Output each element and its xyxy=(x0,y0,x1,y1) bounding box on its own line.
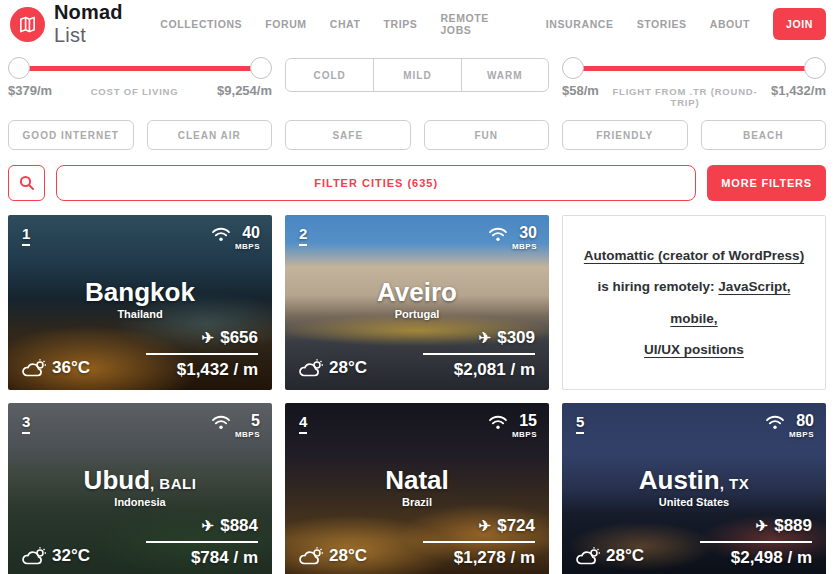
temperature-option-mild[interactable]: MILD xyxy=(373,59,460,91)
nav-chat[interactable]: CHAT xyxy=(330,18,361,30)
pricing: ✈$889 $2,498 / m xyxy=(700,516,812,568)
cost-slider-min-value: $379/m xyxy=(8,83,52,98)
filter-cities-input[interactable] xyxy=(56,165,696,201)
toggle-clean-air[interactable]: CLEAN AIR xyxy=(147,120,273,150)
city-card-austin[interactable]: 5 80 MBPS Austin, TX United States xyxy=(562,403,826,574)
cloud-sun-icon xyxy=(21,546,47,566)
internet-speed: 30 MBPS xyxy=(488,225,537,251)
city-title: Natal Brazil xyxy=(285,466,549,509)
city-title: Austin, TX United States xyxy=(562,466,826,509)
ad-positions-link[interactable]: UI/UX positions xyxy=(644,342,744,357)
city-card-ubud[interactable]: 3 5 MBPS Ubud, BALI Indonesia xyxy=(8,403,272,574)
city-name: Natal xyxy=(385,465,449,495)
speed-value: 80 xyxy=(796,413,814,429)
internet-speed: 5 MBPS xyxy=(211,413,260,439)
header: Nomad List COLLECTIONS FORUM CHAT TRIPS … xyxy=(0,0,834,48)
pricing: ✈$724 $1,278 / m xyxy=(423,516,535,568)
country-name: United States xyxy=(562,496,826,508)
toggle-safe[interactable]: SAFE xyxy=(285,120,411,150)
speed-value: 15 xyxy=(519,413,537,429)
city-suffix: , TX xyxy=(720,475,750,492)
nav-forum[interactable]: FORUM xyxy=(265,18,307,30)
plane-icon: ✈ xyxy=(479,329,492,347)
country-name: Indonesia xyxy=(8,496,272,508)
wifi-icon xyxy=(211,415,231,430)
flight-price-slider: $58/m FLIGHT FROM .TR (ROUND-TRIP) $1,43… xyxy=(562,56,826,108)
weather: 28°C xyxy=(298,358,367,378)
temperature-option-warm[interactable]: WARM xyxy=(461,59,548,91)
nav-collections[interactable]: COLLECTIONS xyxy=(160,18,242,30)
country-name: Brazil xyxy=(285,496,549,508)
internet-speed: 15 MBPS xyxy=(488,413,537,439)
city-suffix: , BALI xyxy=(150,475,196,492)
internet-speed: 40 MBPS xyxy=(211,225,260,251)
nav-about[interactable]: ABOUT xyxy=(710,18,750,30)
toggle-good-internet[interactable]: GOOD INTERNET xyxy=(8,120,134,150)
temperature-option-cold[interactable]: COLD xyxy=(286,59,373,91)
temperature-value: 28°C xyxy=(329,358,367,378)
toggle-beach[interactable]: BEACH xyxy=(701,120,827,150)
flight-slider-max-value: $1,432/m xyxy=(771,83,826,98)
ad-text: Automattic (creator of WordPress) is hir… xyxy=(563,216,825,389)
speed-value: 30 xyxy=(519,225,537,241)
toggle-fun[interactable]: FUN xyxy=(424,120,550,150)
city-card-bangkok[interactable]: 1 40 MBPS Bangkok Thailand xyxy=(8,215,272,390)
flight-slider-label: FLIGHT FROM .TR (ROUND-TRIP) xyxy=(599,86,771,108)
flight-price: $309 xyxy=(497,328,535,348)
sponsor-ad-card[interactable]: Automattic (creator of WordPress) is hir… xyxy=(562,215,826,390)
plane-icon: ✈ xyxy=(202,517,215,535)
nomad-list-page: Nomad List COLLECTIONS FORUM CHAT TRIPS … xyxy=(0,0,834,574)
cost-slider-min-handle[interactable] xyxy=(8,57,30,79)
nav-insurance[interactable]: INSURANCE xyxy=(546,18,614,30)
temperature-value: 28°C xyxy=(329,546,367,566)
brand-name-light: List xyxy=(54,24,86,46)
cloud-sun-icon xyxy=(21,358,47,378)
monthly-cost: $1,278 / m xyxy=(423,541,535,568)
cost-slider-track[interactable] xyxy=(18,66,262,71)
cost-slider-max-value: $9,254/m xyxy=(217,83,272,98)
weather: 36°C xyxy=(21,358,90,378)
search-button[interactable] xyxy=(8,165,45,201)
filters-row-toggles: GOOD INTERNET CLEAN AIR SAFE FUN FRIENDL… xyxy=(0,120,834,150)
city-card-natal[interactable]: 4 15 MBPS Natal Brazil xyxy=(285,403,549,574)
monthly-cost: $2,081 / m xyxy=(423,353,535,380)
monthly-cost: $1,432 / m xyxy=(146,353,258,380)
ad-plain-text: is hiring remotely: xyxy=(598,279,719,294)
speed-value: 40 xyxy=(242,225,260,241)
nav-trips[interactable]: TRIPS xyxy=(384,18,418,30)
speed-unit: MBPS xyxy=(512,430,537,439)
flight-price: $656 xyxy=(220,328,258,348)
cloud-sun-icon xyxy=(298,358,324,378)
city-card-aveiro[interactable]: 2 30 MBPS Aveiro Portugal xyxy=(285,215,549,390)
city-title: Ubud, BALI Indonesia xyxy=(8,466,272,509)
nav-remote-jobs[interactable]: REMOTE JOBS xyxy=(440,12,522,36)
nomad-list-logo-icon xyxy=(10,7,45,42)
cost-slider-max-handle[interactable] xyxy=(250,57,272,79)
flight-price: $884 xyxy=(220,516,258,536)
internet-speed: 80 MBPS xyxy=(765,413,814,439)
city-title: Aveiro Portugal xyxy=(285,278,549,321)
speed-unit: MBPS xyxy=(512,242,537,251)
brand-logo[interactable]: Nomad List xyxy=(10,1,160,47)
toggle-friendly[interactable]: FRIENDLY xyxy=(562,120,688,150)
join-button[interactable]: JOIN xyxy=(773,8,826,40)
ad-company-link[interactable]: Automattic (creator of WordPress) xyxy=(584,248,804,263)
flight-slider-min-handle[interactable] xyxy=(562,57,584,79)
rank-badge: 5 xyxy=(576,413,584,434)
country-name: Portugal xyxy=(285,308,549,320)
speed-value: 5 xyxy=(251,413,260,429)
city-name: Ubud xyxy=(84,465,150,495)
monthly-cost: $784 / m xyxy=(146,541,258,568)
rank-badge: 4 xyxy=(299,413,307,434)
flight-slider-min-value: $58/m xyxy=(562,83,599,98)
nav-stories[interactable]: STORIES xyxy=(637,18,687,30)
speed-unit: MBPS xyxy=(235,430,260,439)
flight-price: $724 xyxy=(497,516,535,536)
more-filters-button[interactable]: MORE FILTERS xyxy=(707,165,826,201)
main-nav: COLLECTIONS FORUM CHAT TRIPS REMOTE JOBS… xyxy=(160,8,826,40)
rank-badge: 1 xyxy=(22,225,30,246)
weather: 28°C xyxy=(298,546,367,566)
flight-slider-max-handle[interactable] xyxy=(804,57,826,79)
flight-slider-track[interactable] xyxy=(572,66,816,71)
monthly-cost: $2,498 / m xyxy=(700,541,812,568)
